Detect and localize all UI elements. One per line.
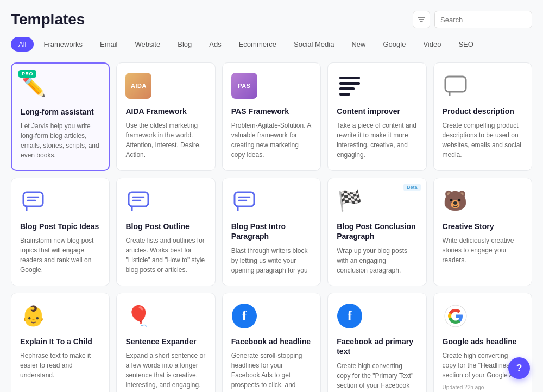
card-desc: Blast through writers block by letting u… <box>231 246 312 275</box>
card-icon <box>443 303 469 329</box>
card-explain-child[interactable]: 👶Explain It To a ChildRephrase text to m… <box>11 293 110 392</box>
card-desc: Brainstorm new blog post topics that wil… <box>20 236 100 275</box>
tab-social-media[interactable]: Social Media <box>286 37 342 52</box>
card-icon <box>20 188 46 214</box>
card-icon: AIDA <box>125 73 151 99</box>
card-desc: Use the oldest marketing framework in th… <box>125 121 206 160</box>
filter-button[interactable] <box>413 11 430 28</box>
card-desc: Rephrase text to make it easier to read … <box>20 351 100 380</box>
card-title: Facebook ad primary text <box>337 337 417 356</box>
card-title: Long-form assistant <box>21 107 100 117</box>
card-desc: Generate scroll-stopping headlines for y… <box>231 351 312 392</box>
card-title: AIDA Framework <box>125 106 206 116</box>
card-title: Blog Post Intro Paragraph <box>231 222 312 241</box>
card-blog-topics[interactable]: Blog Post Topic IdeasBrainstorm new blog… <box>11 178 110 286</box>
page-header: Templates <box>11 11 532 28</box>
card-desc: Expand a short sentence or a few words i… <box>125 351 206 390</box>
card-long-form[interactable]: PRO✏️Long-form assistantLet Jarvis help … <box>11 62 110 171</box>
card-title: Blog Post Conclusion Paragraph <box>337 222 417 241</box>
tab-google[interactable]: Google <box>375 37 413 52</box>
card-title: Creative Story <box>443 222 523 231</box>
card-title: Facebook ad headline <box>231 337 312 346</box>
search-area <box>413 11 532 28</box>
card-sentence-expander[interactable]: 🎈Sentence ExpanderExpand a short sentenc… <box>116 293 215 392</box>
card-icon: 🎈 <box>125 303 151 329</box>
help-button[interactable]: ? <box>508 357 530 379</box>
tab-blog[interactable]: Blog <box>170 37 199 52</box>
tab-ecommerce[interactable]: Ecommerce <box>231 37 284 52</box>
card-desc: Take a piece of content and rewrite it t… <box>337 121 417 160</box>
card-blog-intro[interactable]: Blog Post Intro ParagraphBlast through w… <box>222 178 321 286</box>
card-content-improver[interactable]: Content improverTake a piece of content … <box>327 62 426 171</box>
tab-video[interactable]: Video <box>415 37 449 52</box>
card-icon: f <box>337 303 363 329</box>
tab-frameworks[interactable]: Frameworks <box>36 37 90 52</box>
card-title: Blog Post Outline <box>125 222 206 231</box>
card-icon: 👶 <box>20 303 46 329</box>
card-desc: Wrap up your blog posts with an engaging… <box>337 246 417 275</box>
svg-rect-0 <box>445 77 466 92</box>
card-product-desc[interactable]: Product descriptionCreate compelling pro… <box>433 62 532 171</box>
svg-rect-1 <box>23 192 43 206</box>
tab-email[interactable]: Email <box>92 37 125 52</box>
tab-seo[interactable]: SEO <box>451 37 481 52</box>
tab-new[interactable]: New <box>344 37 373 52</box>
page-title: Templates <box>11 11 85 28</box>
beta-badge: Beta <box>403 184 421 191</box>
card-desc: Create high converting copy for the "Pri… <box>337 361 417 392</box>
tabs-container: AllFrameworksEmailWebsiteBlogAdsEcommerc… <box>11 37 532 52</box>
card-icon: f <box>231 303 257 329</box>
updated-badge: Updated 22h ago <box>443 384 523 390</box>
card-aida[interactable]: AIDAAIDA FrameworkUse the oldest marketi… <box>116 62 215 171</box>
card-icon: PAS <box>231 73 257 99</box>
svg-rect-4 <box>129 192 148 206</box>
card-icon: 🏁 <box>337 188 363 214</box>
card-desc: Create compelling product descriptions t… <box>443 121 523 160</box>
card-title: Blog Post Topic Ideas <box>20 222 100 231</box>
card-icon <box>337 73 363 99</box>
card-title: Content improver <box>337 106 417 116</box>
card-desc: Problem-Agitate-Solution. A valuable fra… <box>231 121 312 160</box>
tab-ads[interactable]: Ads <box>201 37 229 52</box>
card-title: PAS Framework <box>231 106 312 116</box>
card-creative-story[interactable]: 🐻Creative StoryWrite deliciously creativ… <box>433 178 532 286</box>
card-title: Explain It To a Child <box>20 337 100 346</box>
card-desc: Create lists and outlines for articles. … <box>125 236 206 275</box>
pro-badge: PRO <box>18 70 36 78</box>
card-fb-headline[interactable]: fFacebook ad headlineGenerate scroll-sto… <box>222 293 321 392</box>
card-icon <box>231 188 257 214</box>
card-pas[interactable]: PASPAS FrameworkProblem-Agitate-Solution… <box>222 62 321 171</box>
tab-all[interactable]: All <box>11 37 34 52</box>
search-input[interactable] <box>434 11 532 28</box>
svg-rect-7 <box>235 192 254 206</box>
card-icon <box>125 188 151 214</box>
card-blog-conclusion[interactable]: Beta🏁Blog Post Conclusion ParagraphWrap … <box>327 178 426 286</box>
card-desc: Let Jarvis help you write long-form blog… <box>21 121 100 160</box>
card-blog-outline[interactable]: Blog Post OutlineCreate lists and outlin… <box>116 178 215 286</box>
card-title: Sentence Expander <box>125 337 206 346</box>
card-title: Product description <box>443 106 523 116</box>
card-title: Google ads headline <box>443 337 523 346</box>
cards-grid: PRO✏️Long-form assistantLet Jarvis help … <box>11 62 532 392</box>
card-icon <box>443 73 469 99</box>
tab-website[interactable]: Website <box>127 37 168 52</box>
card-desc: Write deliciously creative stories to en… <box>443 236 523 265</box>
card-icon: 🐻 <box>443 188 469 214</box>
card-fb-primary[interactable]: fFacebook ad primary textCreate high con… <box>327 293 426 392</box>
